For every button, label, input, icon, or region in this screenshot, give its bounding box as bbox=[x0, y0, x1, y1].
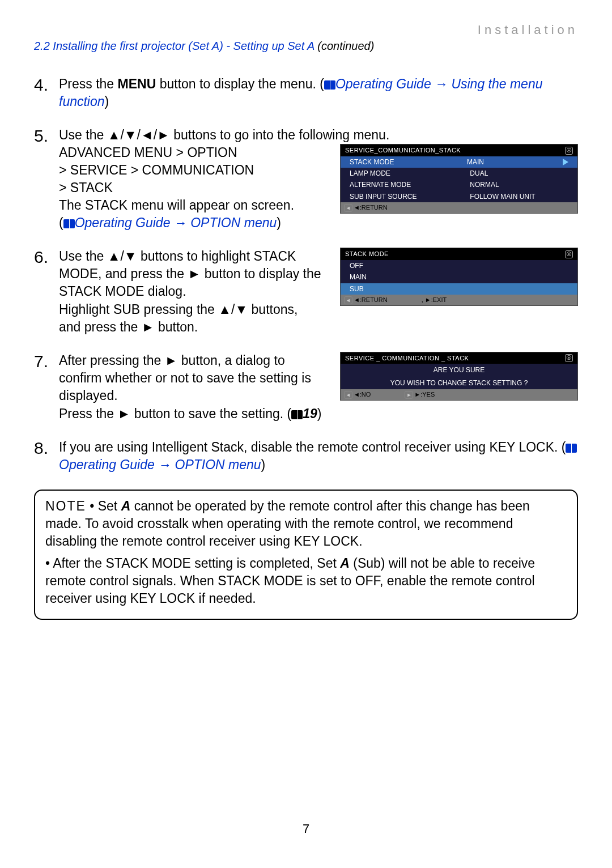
osd3-line2: YOU WISH TO CHANGE STACK SETTING ? bbox=[341, 377, 577, 389]
step-5-line1: Use the ▲/▼/◄/► buttons to go into the f… bbox=[59, 126, 578, 144]
step-6: 6. Use the ▲/▼ buttons to highlight STAC… bbox=[34, 248, 578, 335]
osd2-r2: SUB bbox=[350, 284, 470, 293]
header-section-text: 2.2 Installing the first projector (Set … bbox=[34, 40, 314, 52]
note-p1-setA: A bbox=[121, 499, 131, 513]
osd2-r1: MAIN bbox=[350, 273, 470, 282]
step-5-number: 5. bbox=[34, 126, 59, 232]
osd2-row-main: MAIN bbox=[341, 271, 577, 283]
page-number: 7 bbox=[0, 822, 612, 836]
book-icon bbox=[63, 219, 75, 228]
osd1-row-subinput: SUB INPUT SOURCE FOLLOW MAIN UNIT bbox=[341, 191, 577, 202]
osd3-footer: ◄◄:NO ►►:YES bbox=[341, 389, 577, 400]
osd1-footer: ◄◄:RETURN bbox=[341, 202, 577, 213]
step-7-pageref: 19 bbox=[303, 406, 317, 421]
osd-close-icon: ⦿ bbox=[565, 250, 573, 258]
osd1-r2-k: ALTERNATE MODE bbox=[350, 180, 470, 189]
book-icon bbox=[566, 444, 577, 453]
osd3-line1: ARE YOU SURE bbox=[341, 364, 577, 376]
step-4-pre: Press the bbox=[59, 76, 118, 91]
osd2-row-sub: SUB bbox=[341, 283, 577, 295]
osd3-footer-b: ►:YES bbox=[414, 391, 435, 398]
note-p2-setA: A bbox=[340, 556, 350, 571]
note-p2a: • After the STACK MODE setting is comple… bbox=[45, 556, 340, 571]
right-key-icon: ► bbox=[405, 391, 413, 399]
step-7: 7. After pressing the ► button, a dialog… bbox=[34, 352, 578, 423]
header-continued: (continued) bbox=[317, 40, 374, 52]
osd1-row-lampmode: LAMP MODE DUAL bbox=[341, 168, 577, 179]
step-8: 8. If you are using Intelligent Stack, d… bbox=[34, 439, 578, 474]
arrow-right-icon bbox=[563, 159, 568, 165]
osd2-row-off: OFF bbox=[341, 260, 577, 271]
step-4-number: 4. bbox=[34, 75, 59, 110]
left-key-icon: ◄ bbox=[344, 296, 352, 304]
note-p1a: • Set bbox=[86, 499, 121, 513]
step-5-ref: Operating Guide → OPTION menu bbox=[75, 215, 277, 230]
step-8-number: 8. bbox=[34, 439, 59, 474]
osd1-title: SERVICE_COMMUNICATION_STACK bbox=[345, 146, 461, 155]
osd2-r0: OFF bbox=[350, 261, 470, 270]
osd3-title: SERVICE _ COMMUNICATION _ STACK bbox=[345, 354, 469, 363]
osd1-row-alternate: ALTERNATE MODE NORMAL bbox=[341, 179, 577, 190]
step-8-close: ) bbox=[261, 457, 266, 472]
step-4: 4. Press the MENU button to display the … bbox=[34, 75, 578, 110]
osd1-r3-k: SUB INPUT SOURCE bbox=[350, 192, 470, 201]
osd-confirm-dialog: SERVICE _ COMMUNICATION _ STACK ⦿ ARE YO… bbox=[340, 352, 578, 401]
osd1-r0-k: STACK MODE bbox=[350, 158, 467, 167]
osd2-footer-a: ◄:RETURN bbox=[354, 296, 388, 303]
note-box: NOTE • Set A cannot be operated by the r… bbox=[34, 490, 578, 620]
osd1-r1-k: LAMP MODE bbox=[350, 169, 470, 178]
osd2-footer-b: , ►:EXIT bbox=[422, 296, 447, 303]
step-4-post: button to display the menu. ( bbox=[156, 76, 324, 91]
osd1-row-stackmode: STACK MODE MAIN bbox=[341, 156, 577, 168]
osd-stack-menu: SERVICE_COMMUNICATION_STACK ⦿ STACK MODE… bbox=[340, 144, 578, 214]
book-icon bbox=[291, 410, 303, 419]
header-subsection: 2.2 Installing the first projector (Set … bbox=[34, 40, 578, 53]
osd2-title: STACK MODE bbox=[345, 250, 389, 258]
note-lead: NOTE bbox=[45, 499, 86, 513]
osd1-r0-v: MAIN bbox=[467, 158, 563, 167]
book-icon bbox=[324, 80, 335, 90]
step-7-number: 7. bbox=[34, 352, 59, 423]
header-category: Installation bbox=[34, 23, 578, 37]
osd1-r1-v: DUAL bbox=[470, 169, 568, 178]
osd-close-icon: ⦿ bbox=[565, 354, 573, 362]
menu-button-label: MENU bbox=[118, 76, 156, 91]
left-key-icon: ◄ bbox=[344, 204, 352, 212]
menu-path-3: > STACK bbox=[59, 179, 323, 197]
menu-path-1: ADVANCED MENU > OPTION bbox=[59, 144, 323, 161]
osd3-footer-a: ◄:NO bbox=[354, 391, 371, 398]
step-5-ref-open: ( bbox=[59, 215, 63, 230]
step-5: 5. Use the ▲/▼/◄/► buttons to go into th… bbox=[34, 126, 578, 232]
osd-close-icon: ⦿ bbox=[565, 147, 573, 155]
step-6-number: 6. bbox=[34, 248, 59, 335]
step-5-ref-close: ) bbox=[277, 215, 281, 230]
step-7-text2b: ) bbox=[317, 406, 322, 421]
osd1-r2-v: NORMAL bbox=[470, 180, 568, 189]
left-key-icon: ◄ bbox=[344, 391, 352, 399]
step-6-text: Use the ▲/▼ buttons to highlight STACK M… bbox=[59, 248, 323, 335]
osd1-r3-v: FOLLOW MAIN UNIT bbox=[470, 192, 568, 201]
step-4-close: ) bbox=[105, 94, 109, 109]
osd-stackmode-dialog: STACK MODE ⦿ OFF MAIN SUB ◄◄:RETURN , ►:… bbox=[340, 248, 578, 306]
step-5-line2: The STACK menu will appear on screen. bbox=[59, 197, 323, 214]
step-7-text1: After pressing the ► button, a dialog to… bbox=[59, 352, 323, 405]
step-7-text2a: Press the ► button to save the setting. … bbox=[59, 406, 291, 421]
osd1-footer-a: ◄:RETURN bbox=[354, 204, 388, 211]
step-8-ref: Operating Guide → OPTION menu bbox=[59, 457, 261, 472]
step-8-text: If you are using Intelligent Stack, disa… bbox=[59, 440, 566, 454]
menu-path-2: > SERVICE > COMMUNICATION bbox=[59, 161, 323, 179]
osd2-footer: ◄◄:RETURN , ►:EXIT bbox=[341, 295, 577, 305]
